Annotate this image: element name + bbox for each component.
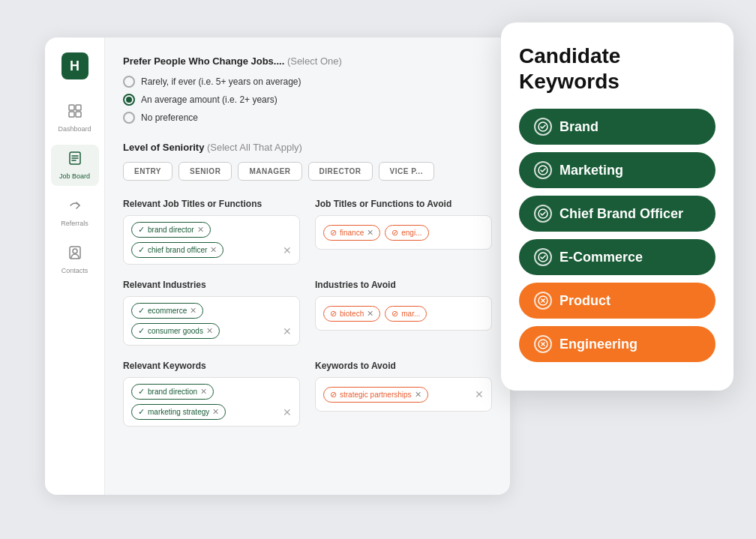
radio-rarely-circle bbox=[123, 76, 135, 88]
keyword-pill-brand[interactable]: Brand bbox=[519, 109, 716, 145]
relevant-industries-input[interactable]: ✓ ecommerce ✕ ✓ consumer goods ✕ ✕ bbox=[123, 296, 300, 346]
avoid-industries: Industries to Avoid ⊘ biotech ✕ ⊘ mar... bbox=[315, 280, 492, 346]
avoid-job-titles-label: Job Titles or Functions to Avoid bbox=[315, 199, 492, 209]
tag-close-9[interactable]: ✕ bbox=[415, 390, 422, 400]
scene: H Dashboard bbox=[0, 0, 756, 539]
tag-biotech[interactable]: ⊘ biotech ✕ bbox=[323, 306, 380, 322]
seniority-buttons: ENTRY SENIOR MANAGER DIRECTOR VICE P... bbox=[123, 162, 492, 181]
keyword-pill-ecommerce-label: E-Commerce bbox=[560, 250, 643, 265]
avoid-keywords: Keywords to Avoid ⊘ strategic partnershi… bbox=[315, 361, 492, 427]
tag-chief-brand[interactable]: ✓ chief brand officer ✕ bbox=[131, 242, 224, 258]
seniority-senior[interactable]: SENIOR bbox=[178, 162, 232, 181]
main-card: H Dashboard bbox=[45, 37, 510, 495]
avoid-job-titles-input[interactable]: ⊘ finance ✕ ⊘ engi... bbox=[315, 215, 492, 250]
radio-average[interactable]: An average amount (i.e. 2+ years) bbox=[123, 94, 492, 106]
tag-positive-icon-4: ✓ bbox=[138, 326, 145, 336]
sidebar-item-contacts[interactable]: Contacts bbox=[51, 239, 99, 280]
radio-group: Rarely, if ever (i.e. 5+ years on averag… bbox=[123, 76, 492, 124]
radio-no-pref[interactable]: No preference bbox=[123, 112, 492, 124]
input-clear-3[interactable]: ✕ bbox=[283, 406, 292, 418]
tag-mar[interactable]: ⊘ mar... bbox=[385, 306, 427, 322]
tag-negative-icon-3: ⊘ bbox=[330, 309, 337, 319]
keyword-pill-cbo[interactable]: Chief Brand Officer bbox=[519, 196, 716, 232]
pill-check-icon-ecommerce bbox=[534, 248, 552, 266]
avoid-job-titles: Job Titles or Functions to Avoid ⊘ finan… bbox=[315, 199, 492, 265]
tag-finance[interactable]: ⊘ finance ✕ bbox=[323, 225, 380, 241]
job-titles-row: Relevant Job Titles or Functions ✓ brand… bbox=[123, 199, 492, 265]
input-clear[interactable]: ✕ bbox=[283, 244, 292, 256]
tag-close[interactable]: ✕ bbox=[197, 225, 204, 235]
tag-close-7[interactable]: ✕ bbox=[200, 387, 207, 397]
svg-point-9 bbox=[73, 249, 77, 253]
keyword-pill-product[interactable]: Product bbox=[519, 283, 716, 319]
radio-no-pref-circle bbox=[123, 112, 135, 124]
keyword-pill-engineering[interactable]: Engineering bbox=[519, 326, 716, 362]
tag-negative-icon-5: ⊘ bbox=[330, 390, 337, 400]
avoid-industries-input[interactable]: ⊘ biotech ✕ ⊘ mar... bbox=[315, 296, 492, 331]
referrals-icon bbox=[68, 198, 82, 217]
tag-close-2[interactable]: ✕ bbox=[210, 245, 217, 255]
tag-brand-director[interactable]: ✓ brand director ✕ bbox=[131, 222, 211, 238]
relevant-keywords-input[interactable]: ✓ brand direction ✕ ✓ marketing strategy… bbox=[123, 377, 300, 427]
tag-close-4[interactable]: ✕ bbox=[190, 306, 196, 316]
avoid-keywords-input[interactable]: ⊘ strategic partnerships ✕ ✕ bbox=[315, 377, 492, 412]
keywords-card: CandidateKeywords Brand Marketing bbox=[501, 22, 734, 391]
svg-rect-3 bbox=[76, 112, 81, 117]
dashboard-icon bbox=[68, 103, 82, 122]
seniority-vice[interactable]: VICE P... bbox=[379, 162, 434, 181]
industries-row: Relevant Industries ✓ ecommerce ✕ ✓ cons… bbox=[123, 280, 492, 346]
sidebar-item-dashboard[interactable]: Dashboard bbox=[51, 97, 99, 139]
relevant-keywords-label: Relevant Keywords bbox=[123, 361, 300, 371]
tag-negative-icon: ⊘ bbox=[330, 228, 337, 238]
tag-close-6[interactable]: ✕ bbox=[367, 309, 374, 319]
job-board-icon bbox=[68, 151, 82, 169]
keyword-pill-brand-label: Brand bbox=[560, 119, 598, 135]
relevant-job-titles-label: Relevant Job Titles or Functions bbox=[123, 199, 300, 209]
pill-x-icon-product bbox=[534, 292, 552, 310]
relevant-industries: Relevant Industries ✓ ecommerce ✕ ✓ cons… bbox=[123, 280, 300, 346]
radio-rarely[interactable]: Rarely, if ever (i.e. 5+ years on averag… bbox=[123, 76, 492, 88]
relevant-job-titles-input[interactable]: ✓ brand director ✕ ✓ chief brand officer… bbox=[123, 215, 300, 265]
tag-strategic-partnerships[interactable]: ⊘ strategic partnerships ✕ bbox=[323, 387, 428, 403]
tag-ecommerce[interactable]: ✓ ecommerce ✕ bbox=[131, 303, 203, 319]
job-change-section: Prefer People Who Change Jobs.... (Selec… bbox=[123, 55, 492, 67]
pill-check-icon-cbo bbox=[534, 205, 552, 223]
seniority-director[interactable]: DIRECTOR bbox=[308, 162, 373, 181]
keyword-pill-ecommerce[interactable]: E-Commerce bbox=[519, 239, 716, 275]
keyword-pill-cbo-label: Chief Brand Officer bbox=[560, 206, 683, 222]
contacts-icon bbox=[68, 245, 82, 264]
tag-negative-icon-4: ⊘ bbox=[392, 309, 398, 319]
tag-close-3[interactable]: ✕ bbox=[367, 228, 374, 238]
tag-positive-icon-2: ✓ bbox=[138, 245, 145, 255]
content-area: Prefer People Who Change Jobs.... (Selec… bbox=[105, 37, 510, 495]
sidebar-item-dashboard-label: Dashboard bbox=[58, 125, 91, 133]
input-clear-2[interactable]: ✕ bbox=[283, 325, 292, 337]
tag-positive-icon-3: ✓ bbox=[138, 306, 145, 316]
avoid-industries-label: Industries to Avoid bbox=[315, 280, 492, 290]
relevant-job-titles: Relevant Job Titles or Functions ✓ brand… bbox=[123, 199, 300, 265]
relevant-keywords: Relevant Keywords ✓ brand direction ✕ ✓ … bbox=[123, 361, 300, 427]
tag-close-8[interactable]: ✕ bbox=[212, 407, 219, 417]
seniority-title: Level of Seniority (Select All That Appl… bbox=[123, 142, 492, 153]
keywords-row: Relevant Keywords ✓ brand direction ✕ ✓ … bbox=[123, 361, 492, 427]
tag-marketing-strategy[interactable]: ✓ marketing strategy ✕ bbox=[131, 404, 226, 420]
sidebar: H Dashboard bbox=[45, 37, 105, 495]
input-clear-4[interactable]: ✕ bbox=[475, 388, 484, 400]
sidebar-item-referrals[interactable]: Referrals bbox=[51, 192, 99, 233]
seniority-section: Level of Seniority (Select All That Appl… bbox=[123, 142, 492, 181]
keyword-pill-engineering-label: Engineering bbox=[560, 337, 638, 352]
sidebar-item-job-board[interactable]: Job Board bbox=[51, 145, 99, 186]
relevant-industries-label: Relevant Industries bbox=[123, 280, 300, 290]
tag-engi[interactable]: ⊘ engi... bbox=[385, 225, 428, 241]
pill-x-icon-engineering bbox=[534, 335, 552, 353]
seniority-entry[interactable]: ENTRY bbox=[123, 162, 172, 181]
keyword-pill-marketing[interactable]: Marketing bbox=[519, 152, 716, 188]
sidebar-item-contacts-label: Contacts bbox=[62, 267, 88, 274]
tag-brand-direction[interactable]: ✓ brand direction ✕ bbox=[131, 384, 214, 400]
sidebar-logo[interactable]: H bbox=[62, 52, 88, 79]
seniority-manager[interactable]: MANAGER bbox=[238, 162, 302, 181]
tag-negative-icon-2: ⊘ bbox=[392, 228, 398, 238]
tag-close-5[interactable]: ✕ bbox=[206, 326, 213, 336]
tag-consumer-goods[interactable]: ✓ consumer goods ✕ bbox=[131, 323, 220, 339]
tag-positive-icon-6: ✓ bbox=[138, 407, 145, 417]
